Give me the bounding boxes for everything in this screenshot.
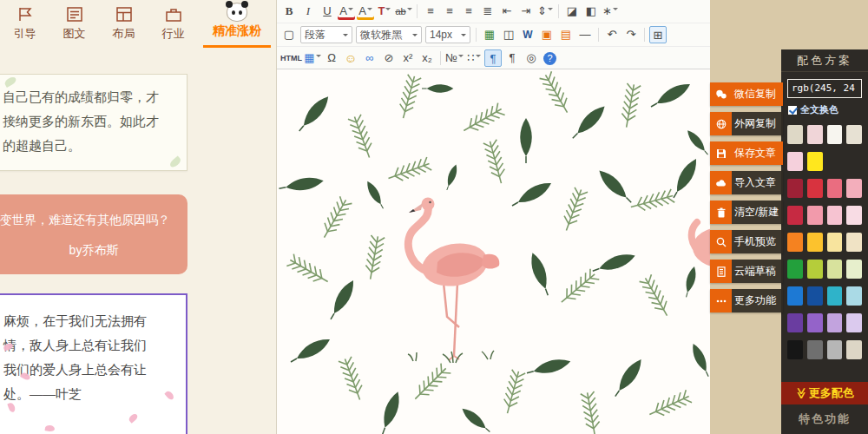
hr-button[interactable]: —: [576, 26, 594, 43]
color-swatch[interactable]: [827, 179, 843, 198]
color-swatch[interactable]: [827, 125, 843, 144]
font-family-select[interactable]: 微软雅黑: [356, 26, 422, 43]
cloud-draft-button[interactable]: 云端草稿: [710, 260, 783, 283]
phone-preview-button[interactable]: 手机预览: [710, 230, 783, 253]
color-swatch[interactable]: [827, 206, 843, 225]
color-swatch[interactable]: [846, 233, 862, 252]
bold-button[interactable]: B: [280, 3, 298, 20]
unlink-button[interactable]: ⊘: [380, 49, 398, 67]
full-text-recolor-toggle[interactable]: 全文换色: [788, 103, 861, 116]
indent-button[interactable]: ⇥: [517, 3, 535, 20]
wechat-copy-button[interactable]: 微信复制: [710, 82, 783, 106]
emoji-button[interactable]: ☺: [342, 49, 359, 67]
help-button[interactable]: ?: [543, 52, 556, 65]
align-center-button[interactable]: ≡: [441, 3, 458, 20]
image-button[interactable]: ▦: [481, 26, 498, 43]
color-swatch[interactable]: [787, 125, 803, 144]
color-value-input[interactable]: rgb(245, 24: [787, 79, 862, 98]
template-card-yeats-quote[interactable]: 麻烦，在于我们无法拥有 情，敌人身上总有让我们 我们的爱人身上总会有让 处。——…: [0, 293, 187, 434]
color-swatch[interactable]: [807, 152, 823, 171]
outdent-button[interactable]: ⇤: [498, 3, 516, 20]
new-doc-button[interactable]: ▢: [280, 26, 298, 43]
color-swatch[interactable]: [846, 179, 862, 198]
color-swatch[interactable]: [827, 286, 843, 306]
subscript-button[interactable]: x₂: [418, 49, 436, 67]
color-swatch[interactable]: [787, 152, 803, 171]
superscript-button[interactable]: x²: [399, 49, 417, 67]
rtl-paragraph-button[interactable]: ¶: [503, 49, 521, 67]
save-article-button[interactable]: 保存文章: [710, 141, 783, 165]
nav-item-guide[interactable]: 引导: [0, 0, 49, 48]
template-card-jobs-quote[interactable]: 变世界，难道还有其他原因吗？ by乔布斯: [0, 194, 187, 274]
editor-canvas[interactable]: [277, 69, 711, 434]
special-char-button[interactable]: Ω: [323, 49, 340, 67]
find-replace-button[interactable]: ◎: [523, 49, 540, 67]
undo-button[interactable]: ↶: [603, 26, 621, 43]
highlight-color-button[interactable]: A: [357, 3, 374, 20]
align-right-button[interactable]: ≡: [460, 3, 477, 20]
clear-format-button[interactable]: ◪: [563, 3, 581, 20]
color-swatch[interactable]: [807, 286, 823, 306]
text-style-button[interactable]: T: [376, 3, 393, 20]
color-swatch[interactable]: [807, 260, 823, 279]
color-swatch[interactable]: [807, 233, 823, 252]
redo-button[interactable]: ↷: [622, 26, 640, 43]
font-size-select[interactable]: 14px: [425, 26, 470, 43]
font-color-button[interactable]: A: [338, 3, 355, 20]
color-swatch[interactable]: [827, 340, 843, 359]
fan-growth-tab[interactable]: 精准涨粉: [203, 0, 271, 48]
color-swatch[interactable]: [787, 179, 803, 198]
nav-item-article[interactable]: 图文: [49, 0, 99, 48]
ordered-list-button[interactable]: №: [445, 49, 464, 67]
paragraph-select[interactable]: 段落: [300, 26, 352, 43]
color-swatch[interactable]: [787, 206, 803, 225]
color-swatch[interactable]: [787, 340, 803, 359]
special-features-button[interactable]: 特色功能: [781, 404, 868, 434]
color-swatch[interactable]: [787, 233, 803, 252]
align-justify-button[interactable]: ≣: [479, 3, 496, 20]
word-import-button[interactable]: W: [519, 26, 536, 43]
color-swatch[interactable]: [807, 340, 823, 359]
color-swatch[interactable]: [846, 260, 862, 279]
fullscreen-button[interactable]: ⊞: [649, 26, 667, 43]
clear-new-button[interactable]: 清空/新建: [710, 201, 783, 224]
line-height-button[interactable]: ⇕: [536, 3, 554, 20]
color-swatch[interactable]: [827, 260, 843, 279]
screenshot-button[interactable]: ◫: [500, 26, 517, 43]
more-colors-button[interactable]: ≫更多配色: [781, 382, 868, 404]
color-swatch[interactable]: [846, 340, 862, 359]
ltr-paragraph-button[interactable]: ¶: [484, 49, 502, 67]
color-swatch[interactable]: [846, 313, 862, 332]
nav-item-layout[interactable]: 布局: [99, 0, 148, 48]
align-left-button[interactable]: ≡: [422, 3, 439, 20]
underline-button[interactable]: U: [319, 3, 336, 20]
nav-item-industry[interactable]: 行业: [148, 0, 198, 48]
color-swatch[interactable]: [846, 125, 862, 144]
autoformat-button[interactable]: ∗: [602, 3, 619, 20]
html-source-button[interactable]: HTML: [280, 49, 302, 67]
chevron-down-icon: [343, 34, 348, 39]
strikethrough-button[interactable]: ab: [395, 3, 412, 20]
color-swatch[interactable]: [787, 286, 803, 306]
color-swatch[interactable]: [827, 313, 843, 332]
color-swatch[interactable]: [807, 125, 823, 144]
color-swatch[interactable]: [807, 206, 823, 225]
color-swatch[interactable]: [846, 206, 862, 225]
color-swatch[interactable]: [787, 260, 803, 279]
import-article-button[interactable]: 导入文章: [710, 171, 783, 194]
color-swatch[interactable]: [807, 313, 823, 332]
bullet-list-button[interactable]: ∷: [465, 49, 483, 67]
table-button[interactable]: ▦: [304, 49, 321, 67]
template-card-quote1[interactable]: 自己已有的成绩都归零，才 接纳更多的新东西。如此才 的超越自己。: [0, 74, 187, 171]
link-button[interactable]: ∞: [361, 49, 378, 67]
color-swatch[interactable]: [807, 179, 823, 198]
color-swatch[interactable]: [787, 313, 803, 332]
material-button[interactable]: ▤: [557, 26, 575, 43]
color-swatch[interactable]: [846, 286, 862, 306]
more-functions-button[interactable]: 更多功能: [710, 289, 783, 312]
italic-button[interactable]: I: [299, 3, 317, 20]
color-swatch[interactable]: [827, 233, 843, 252]
template-button[interactable]: ▣: [538, 26, 556, 43]
format-painter-button[interactable]: ◧: [582, 3, 600, 20]
external-copy-button[interactable]: 外网复制: [710, 112, 783, 135]
